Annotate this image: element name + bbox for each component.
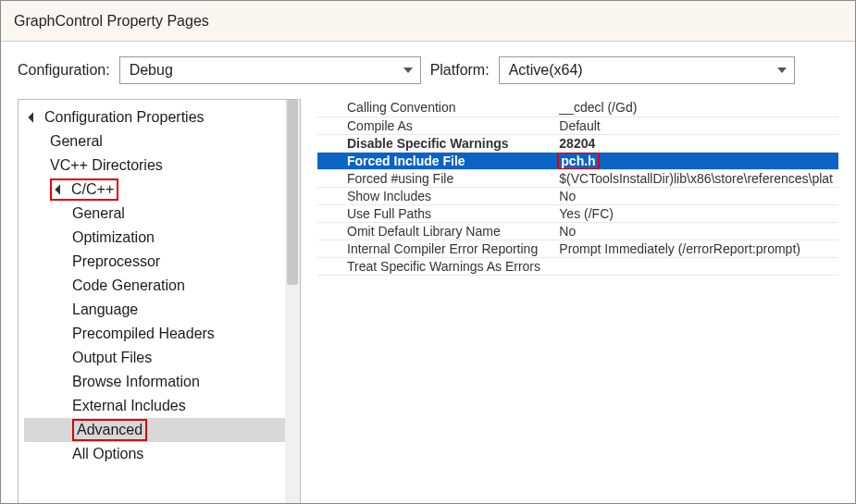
- tree-item-language[interactable]: Language: [24, 298, 300, 322]
- property-name: Forced Include File: [317, 152, 553, 169]
- property-value[interactable]: Prompt Immediately (/errorReport:prompt): [553, 240, 838, 257]
- property-row[interactable]: Internal Compiler Error ReportingPrompt …: [317, 240, 838, 257]
- tree-item-label: Code Generation: [72, 278, 185, 293]
- platform-dropdown[interactable]: Active(x64): [499, 56, 795, 84]
- tree-item-label: Precompiled Headers: [72, 326, 215, 341]
- tree-item-browse-information[interactable]: Browse Information: [24, 370, 300, 394]
- tree-item-config-props[interactable]: Configuration Properties: [24, 105, 300, 129]
- expand-arrow-icon[interactable]: [55, 183, 68, 196]
- property-value[interactable]: No: [553, 222, 838, 240]
- tree-item-label: Browse Information: [72, 375, 200, 389]
- tree-item-label: Optimization: [72, 230, 155, 245]
- property-name: Calling Convention: [317, 99, 553, 117]
- tree-item-label: Advanced: [77, 423, 143, 437]
- property-row[interactable]: Treat Specific Warnings As Errors: [317, 257, 838, 275]
- tree-item-label: General: [50, 134, 103, 149]
- tree-item-label: VC++ Directories: [50, 158, 163, 173]
- configuration-label: Configuration:: [18, 62, 110, 79]
- property-name: Internal Compiler Error Reporting: [317, 240, 553, 257]
- tree-item-vc-directories[interactable]: VC++ Directories: [24, 154, 300, 178]
- configuration-value: Debug: [130, 62, 173, 79]
- property-row[interactable]: Compile AsDefault: [317, 117, 838, 134]
- property-value[interactable]: [553, 257, 838, 275]
- property-row[interactable]: Omit Default Library NameNo: [317, 222, 838, 240]
- tree-item-c-cpp[interactable]: C/C++: [24, 178, 300, 202]
- content-area: Configuration PropertiesGeneralVC++ Dire…: [1, 99, 855, 504]
- tree-item-external-includes[interactable]: External Includes: [24, 394, 300, 418]
- property-row[interactable]: Calling Convention__cdecl (/Gd): [317, 99, 838, 117]
- property-value[interactable]: Default: [553, 117, 838, 134]
- tree-item-highlight-box: C/C++: [50, 178, 118, 201]
- property-value[interactable]: Yes (/FC): [553, 204, 838, 222]
- properties-panel: Calling Convention__cdecl (/Gd)Compile A…: [317, 99, 838, 504]
- property-row[interactable]: Forced Include Filepch.h: [317, 152, 838, 169]
- property-name: Use Full Paths: [317, 204, 553, 222]
- window-titlebar: GraphControl Property Pages: [1, 1, 855, 42]
- tree-item-label: Output Files: [72, 350, 152, 365]
- property-value[interactable]: 28204: [553, 134, 838, 152]
- tree-item-optimization[interactable]: Optimization: [24, 226, 300, 250]
- nav-tree[interactable]: Configuration PropertiesGeneralVC++ Dire…: [19, 100, 300, 472]
- tree-item-general[interactable]: General: [24, 202, 300, 226]
- tree-item-all-options[interactable]: All Options: [24, 442, 300, 466]
- tree-item-label: Language: [72, 302, 138, 317]
- configuration-dropdown[interactable]: Debug: [119, 56, 421, 84]
- tree-item-code-generation[interactable]: Code Generation: [24, 274, 300, 298]
- chevron-down-icon: [777, 68, 787, 73]
- property-row[interactable]: Use Full PathsYes (/FC): [317, 204, 838, 222]
- tree-item-label: General: [72, 206, 125, 221]
- property-name: Disable Specific Warnings: [317, 134, 553, 152]
- property-value-highlight-box: pch.h: [557, 152, 599, 169]
- property-grid[interactable]: Calling Convention__cdecl (/Gd)Compile A…: [317, 99, 838, 276]
- tree-item-label: Configuration Properties: [44, 110, 205, 125]
- property-value[interactable]: pch.h: [553, 152, 838, 169]
- tree-item-preprocessor[interactable]: Preprocessor: [24, 250, 300, 274]
- property-value[interactable]: $(VCToolsInstallDir)lib\x86\store\refere…: [553, 169, 838, 187]
- tree-item-label: Preprocessor: [72, 254, 160, 269]
- property-name: Omit Default Library Name: [317, 222, 553, 240]
- topbar: Configuration: Debug Platform: Active(x6…: [1, 42, 855, 99]
- property-value[interactable]: No: [553, 187, 838, 204]
- property-row[interactable]: Disable Specific Warnings28204: [317, 134, 838, 152]
- property-name: Forced #using File: [317, 169, 553, 187]
- tree-item-label: External Includes: [72, 399, 186, 413]
- tree-item-label: C/C++: [71, 182, 114, 197]
- tree-item-label: All Options: [72, 447, 143, 461]
- property-row[interactable]: Show IncludesNo: [317, 187, 838, 204]
- expand-arrow-icon[interactable]: [28, 111, 41, 124]
- platform-value: Active(x64): [509, 62, 583, 79]
- tree-item-advanced[interactable]: Advanced: [24, 418, 300, 442]
- tree-scrollbar[interactable]: [285, 100, 300, 504]
- window-title: GraphControl Property Pages: [14, 13, 209, 30]
- property-name: Treat Specific Warnings As Errors: [317, 257, 553, 275]
- tree-item-precompiled-headers[interactable]: Precompiled Headers: [24, 322, 300, 346]
- nav-tree-panel: Configuration PropertiesGeneralVC++ Dire…: [18, 99, 301, 504]
- property-row[interactable]: Forced #using File$(VCToolsInstallDir)li…: [317, 169, 838, 187]
- platform-label: Platform:: [430, 62, 490, 79]
- property-value[interactable]: __cdecl (/Gd): [553, 99, 838, 117]
- tree-item-highlight-box: Advanced: [72, 419, 147, 441]
- tree-scrollbar-thumb[interactable]: [287, 100, 298, 285]
- property-name: Compile As: [317, 117, 553, 134]
- property-name: Show Includes: [317, 187, 553, 204]
- chevron-down-icon: [403, 68, 413, 73]
- tree-item-output-files[interactable]: Output Files: [24, 346, 300, 370]
- tree-item-general[interactable]: General: [24, 129, 300, 154]
